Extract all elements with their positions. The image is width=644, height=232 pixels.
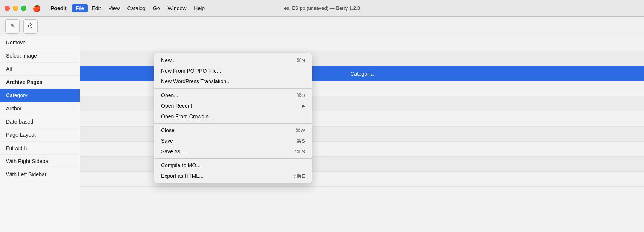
sidebar-item-right-sidebar[interactable]: With Right Sidebar [0,155,80,168]
menu-edit[interactable]: Edit [88,4,104,12]
menu-help[interactable]: Help [190,4,209,12]
edit-button[interactable]: ✎ [5,19,20,34]
menu-item-new[interactable]: New... ⌘N [154,55,312,66]
menu-separator-2 [154,123,312,124]
sidebar-item-left-sidebar[interactable]: With Left Sidebar [0,168,80,181]
history-button[interactable]: ⏱ [23,19,38,34]
menu-item-new-label: New... [161,57,176,63]
menu-item-open-crowdin[interactable]: Open From Crowdin... [154,111,312,122]
close-button[interactable] [5,6,10,11]
main-area: Remove Select Image All Archive Pages Ca… [0,36,644,232]
menu-item-open-recent-arrow: ▶ [302,104,305,108]
sidebar-item-page-layout[interactable]: Page Layout [0,128,80,142]
menu-item-close[interactable]: Close ⌘W [154,125,312,136]
menu-item-close-label: Close [161,127,175,133]
menu-item-open-recent[interactable]: Open Recent ▶ [154,101,312,111]
menu-item-compile-mo-label: Compile to MO... [161,162,201,168]
menu-item-open-label: Open... [161,92,178,98]
sidebar-item-author[interactable]: Author [0,102,80,115]
menu-item-new-wordpress[interactable]: New WordPress Translation... [154,76,312,87]
sidebar-item-date-based[interactable]: Date-based [0,115,80,128]
maximize-button[interactable] [21,6,26,11]
minimize-button[interactable] [13,6,18,11]
menu-item-save-as-label: Save As... [161,148,185,154]
clock-icon: ⏱ [28,23,34,30]
menu-item-new-from-pot-label: New From POT/PO File... [161,68,221,74]
menu-item-save-as[interactable]: Save As... ⇧⌘S [154,146,312,157]
menu-item-save-as-shortcut: ⇧⌘S [293,149,305,154]
menu-item-save-label: Save [161,138,173,144]
sidebar-item-fullwidth[interactable]: Fullwidth [0,142,80,155]
menu-item-new-shortcut: ⌘N [297,58,305,63]
window-title: es_ES.po (unsaved) — Berry 1.2.3 [284,5,360,11]
sidebar-item-select-image[interactable]: Select Image [0,49,80,63]
content-row-1 [80,36,644,51]
menu-item-save[interactable]: Save ⌘S [154,136,312,146]
menu-separator-3 [154,158,312,159]
menu-item-close-shortcut: ⌘W [296,128,305,133]
menu-item-open-shortcut: ⌘O [296,93,305,98]
sidebar-item-remove[interactable]: Remove [0,36,80,49]
menu-file[interactable]: File [72,4,88,12]
menu-item-open-crowdin-label: Open From Crowdin... [161,113,213,119]
menu-view[interactable]: View [104,4,123,12]
menu-item-new-from-pot[interactable]: New From POT/PO File... [154,66,312,76]
menu-item-export-html-shortcut: ⇧⌘E [293,173,305,179]
toolbar: ✎ ⏱ [0,17,644,36]
sidebar: Remove Select Image All Archive Pages Ca… [0,36,80,232]
menu-item-export-html[interactable]: Export as HTML... ⇧⌘E [154,171,312,181]
menu-item-compile-mo[interactable]: Compile to MO... [154,160,312,171]
sidebar-item-all[interactable]: All [0,63,80,76]
app-name[interactable]: Poedit [47,4,71,12]
menu-item-open[interactable]: Open... ⌘O [154,90,312,101]
menu-window[interactable]: Window [164,4,190,12]
content-area: Categoría New... ⌘N New From POT/PO File… [80,36,644,232]
menu-go[interactable]: Go [149,4,164,12]
file-menu-dropdown: New... ⌘N New From POT/PO File... New Wo… [154,53,312,183]
translation-text: Categoría [350,71,373,77]
menu-item-export-html-label: Export as HTML... [161,173,204,179]
menu-item-new-wordpress-label: New WordPress Translation... [161,78,231,84]
menubar: 🍎 Poedit File Edit View Catalog Go Windo… [0,0,644,17]
sidebar-item-category[interactable]: Category [0,89,80,102]
traffic-lights [5,6,26,11]
edit-icon: ✎ [10,23,15,30]
menu-separator-1 [154,88,312,89]
apple-menu-icon[interactable]: 🍎 [32,4,41,12]
menu-catalog[interactable]: Catalog [124,4,149,12]
menu-item-open-recent-label: Open Recent [161,103,192,109]
sidebar-item-archive-pages[interactable]: Archive Pages [0,76,80,89]
menu-item-save-shortcut: ⌘S [297,138,305,144]
